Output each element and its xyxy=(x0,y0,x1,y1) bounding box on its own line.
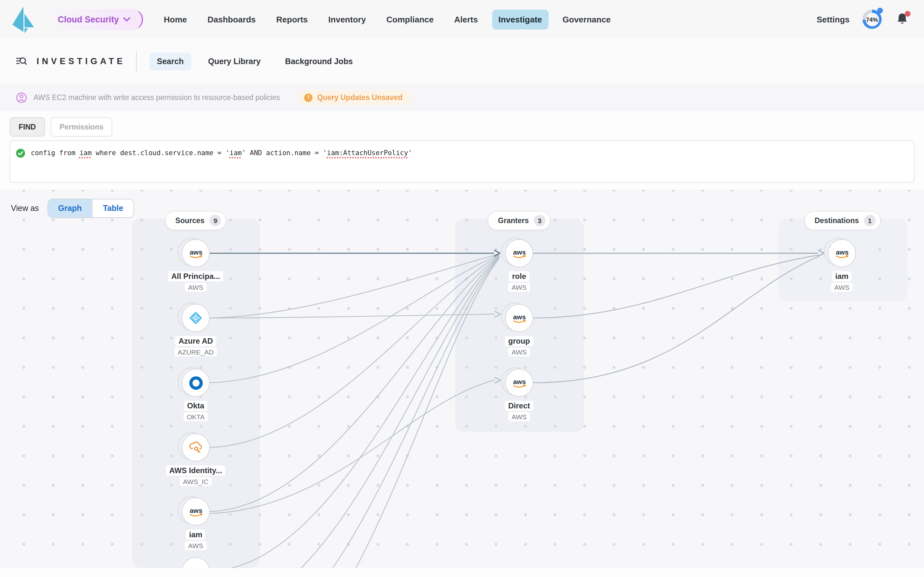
sources-count-badge: 9 xyxy=(210,215,221,226)
node-name: AWS Identity... xyxy=(166,466,226,476)
node-type: AWS xyxy=(185,283,206,292)
node-type: AZURE_AD xyxy=(174,348,217,356)
view-as-label: View as xyxy=(11,204,39,213)
product-name: Cloud Security xyxy=(58,15,119,24)
svg-text:aws: aws xyxy=(513,378,525,385)
nav-item-home[interactable]: Home xyxy=(158,9,194,29)
granter-node-direct[interactable]: aws Direct AWS xyxy=(481,369,557,421)
page-title: INVESTIGATE xyxy=(37,56,126,66)
unsaved-badge[interactable]: ! Query Updates Unsaved xyxy=(298,90,412,105)
profile-progress-ring[interactable]: 74% xyxy=(863,10,882,29)
view-toggle: Graph Table xyxy=(47,199,134,218)
investigate-subheader: INVESTIGATE Search Query Library Backgro… xyxy=(0,39,924,85)
tab-query-library[interactable]: Query Library xyxy=(200,52,268,70)
query-editor-section: FIND Permissions config from iam where d… xyxy=(0,111,924,190)
nav-item-dashboards[interactable]: Dashboards xyxy=(201,9,262,29)
aws-icon: aws xyxy=(510,248,528,259)
node-type: AWS xyxy=(185,541,206,550)
nav-item-compliance[interactable]: Compliance xyxy=(380,9,440,29)
tab-permissions[interactable]: Permissions xyxy=(51,117,113,137)
aws-icon: aws xyxy=(510,377,528,388)
node-name: role xyxy=(509,271,529,282)
svg-text:aws: aws xyxy=(189,248,202,255)
azure-ad-icon xyxy=(189,311,203,325)
node-type: AWS_IC xyxy=(180,477,212,486)
source-node-partial[interactable] xyxy=(157,557,234,568)
node-type: AWS xyxy=(508,348,530,356)
destinations-count-badge: 1 xyxy=(864,215,876,226)
nav-item-alerts[interactable]: Alerts xyxy=(448,9,485,29)
progress-dot xyxy=(877,8,883,13)
tab-find[interactable]: FIND xyxy=(10,117,45,137)
node-type: AWS xyxy=(508,412,530,421)
top-nav: Cloud Security Home Dashboards Reports I… xyxy=(0,0,924,39)
nav-item-governance[interactable]: Governance xyxy=(556,9,617,29)
query-code: config from iam where dest.cloud.service… xyxy=(31,149,412,156)
node-name: iam xyxy=(186,530,205,540)
app-root: Cloud Security Home Dashboards Reports I… xyxy=(0,0,924,577)
granters-pill-label: Granters xyxy=(498,217,529,224)
source-node-aws-identity-center[interactable]: AWS Identity... AWS_IC xyxy=(157,434,234,485)
settings-button[interactable]: Settings xyxy=(817,15,850,24)
granter-node-group[interactable]: aws group AWS xyxy=(481,304,557,356)
granter-node-role[interactable]: aws role AWS xyxy=(481,239,557,291)
aws-identity-center-icon xyxy=(188,440,204,455)
source-node-all-principals[interactable]: aws All Principa... AWS xyxy=(157,239,234,291)
search-list-icon xyxy=(16,56,27,67)
nav-item-reports[interactable]: Reports xyxy=(270,9,314,29)
destinations-pill[interactable]: Destinations 1 xyxy=(804,211,881,230)
nav-item-inventory[interactable]: Inventory xyxy=(322,9,372,29)
valid-check-icon xyxy=(16,149,25,158)
svg-text:aws: aws xyxy=(835,248,848,255)
subheader-tabs: Search Query Library Background Jobs xyxy=(149,52,360,70)
main-nav-links: Home Dashboards Reports Inventory Compli… xyxy=(158,9,617,29)
node-type: OKTA xyxy=(184,412,208,421)
progress-value: 74% xyxy=(866,16,878,23)
destination-node-iam[interactable]: aws iam AWS xyxy=(803,239,880,291)
node-name: Azure AD xyxy=(175,336,216,346)
granters-count-badge: 3 xyxy=(534,215,545,226)
tab-search[interactable]: Search xyxy=(149,52,191,70)
query-description-row: AWS EC2 machine with write access permis… xyxy=(0,84,924,111)
query-description: AWS EC2 machine with write access permis… xyxy=(33,93,280,101)
svg-text:aws: aws xyxy=(513,248,525,255)
unsaved-badge-label: Query Updates Unsaved xyxy=(317,93,403,101)
query-code-editor[interactable]: config from iam where dest.cloud.service… xyxy=(10,140,914,183)
node-type: AWS xyxy=(508,283,530,292)
source-node-iam[interactable]: aws iam AWS xyxy=(157,498,234,550)
product-switcher[interactable]: Cloud Security xyxy=(48,9,144,30)
view-as-control: View as Graph Table xyxy=(11,199,134,218)
view-toggle-table[interactable]: Table xyxy=(92,199,134,218)
aws-icon: aws xyxy=(187,248,204,259)
node-name: Direct xyxy=(505,401,533,411)
chevron-down-icon xyxy=(124,17,131,21)
tab-background-jobs[interactable]: Background Jobs xyxy=(277,52,360,70)
query-tabs: FIND Permissions xyxy=(10,117,924,137)
source-node-okta[interactable]: Okta OKTA xyxy=(157,369,234,421)
view-toggle-graph[interactable]: Graph xyxy=(48,199,92,218)
node-name: iam xyxy=(832,271,851,282)
nav-item-investigate[interactable]: Investigate xyxy=(492,9,548,29)
node-name: group xyxy=(505,336,533,346)
nav-right: Settings 74% xyxy=(817,10,910,29)
notification-badge xyxy=(905,11,911,17)
okta-icon xyxy=(189,376,202,390)
divider xyxy=(136,50,136,72)
aws-icon: aws xyxy=(833,248,851,259)
bottom-strip xyxy=(0,568,924,577)
destinations-pill-label: Destinations xyxy=(814,217,859,224)
svg-text:aws: aws xyxy=(513,313,525,320)
results-graph-canvas[interactable]: View as Graph Table Sources 9 Granters 3… xyxy=(0,190,924,568)
notifications-bell-icon[interactable] xyxy=(895,11,910,27)
source-node-azure-ad[interactable]: Azure AD AZURE_AD xyxy=(157,304,234,356)
aws-icon: aws xyxy=(187,506,204,517)
warning-icon: ! xyxy=(304,93,313,102)
node-name: All Principa... xyxy=(168,271,223,282)
sources-pill-label: Sources xyxy=(176,217,205,224)
granters-pill[interactable]: Granters 3 xyxy=(488,211,551,230)
brand-logo-icon[interactable] xyxy=(8,1,37,37)
svg-text:aws: aws xyxy=(189,506,202,514)
node-name: Okta xyxy=(184,401,207,411)
sources-pill[interactable]: Sources 9 xyxy=(165,211,226,230)
aws-icon: aws xyxy=(510,313,528,324)
